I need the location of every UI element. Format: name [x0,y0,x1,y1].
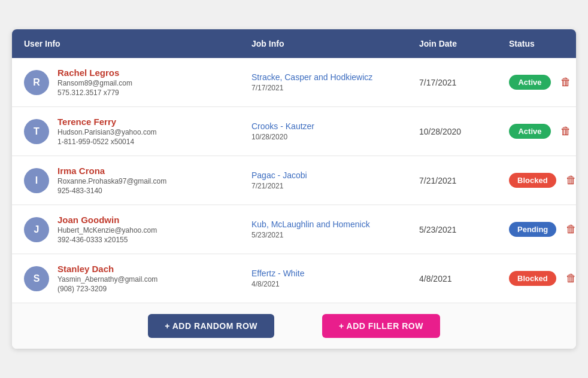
user-email: Hudson.Parisian3@yahoo.com [57,128,157,136]
user-details: Stanley Dach Yasmin_Abernathy@gmail.com … [57,264,157,293]
company-name: Effertz - White [251,269,419,278]
table-row: J Joan Goodwin Hubert_McKenzie@yahoo.com… [12,205,576,254]
user-info-cell: I Irma Crona Roxanne.Prohaska97@gmail.co… [24,166,251,195]
status-badge: Active [509,75,551,90]
user-details: Irma Crona Roxanne.Prohaska97@gmail.com … [57,166,166,195]
user-email: Ransom89@gmail.com [57,79,132,87]
delete-button[interactable]: 🗑 [563,221,576,238]
user-phone: 575.312.3517 x779 [57,89,132,97]
table-body: R Rachel Legros Ransom89@gmail.com 575.3… [12,58,576,303]
table-footer: + ADD RANDOM ROW + ADD FILLER ROW [12,303,576,349]
status-badge: Blocked [509,271,556,286]
status-cell: Active 🗑 [509,123,576,140]
user-name: Irma Crona [57,166,166,176]
join-date: 7/17/2021 [419,78,509,87]
status-badge: Active [509,124,551,139]
user-phone: (908) 723-3209 [57,285,157,293]
join-date: 10/28/2020 [419,127,509,136]
avatar: J [24,217,49,242]
user-details: Rachel Legros Ransom89@gmail.com 575.312… [57,68,132,97]
avatar: T [24,119,49,144]
job-info-cell: Crooks - Kautzer 10/28/2020 [251,121,419,141]
header-job-info: Job Info [251,36,419,51]
company-date: 5/23/2021 [251,231,419,239]
user-info-cell: J Joan Goodwin Hubert_McKenzie@yahoo.com… [24,215,251,244]
add-filler-row-button[interactable]: + ADD FILLER ROW [322,314,440,338]
delete-button[interactable]: 🗑 [563,172,576,189]
status-cell: Blocked 🗑 [509,172,576,189]
table-row: I Irma Crona Roxanne.Prohaska97@gmail.co… [12,156,576,205]
join-date: 7/21/2021 [419,176,509,185]
user-details: Joan Goodwin Hubert_McKenzie@yahoo.com 3… [57,215,157,244]
join-date: 4/8/2021 [419,274,509,284]
user-info-cell: R Rachel Legros Ransom89@gmail.com 575.3… [24,68,251,97]
main-table: User Info Job Info Join Date Status R Ra… [12,29,576,349]
company-date: 10/28/2020 [251,133,419,141]
job-info-cell: Kub, McLaughlin and Homenick 5/23/2021 [251,220,419,239]
avatar: R [24,70,49,95]
user-email: Hubert_McKenzie@yahoo.com [57,226,157,234]
job-info-cell: Pagac - Jacobi 7/21/2021 [251,170,419,190]
user-email: Yasmin_Abernathy@gmail.com [57,275,157,284]
status-cell: Blocked 🗑 [509,270,576,287]
user-info-cell: T Terence Ferry Hudson.Parisian3@yahoo.c… [24,117,251,146]
status-cell: Pending 🗑 [509,221,576,238]
join-date: 5/23/2021 [419,225,509,234]
user-name: Stanley Dach [57,264,157,274]
header-status: Status [509,36,576,51]
job-info-cell: Effertz - White 4/8/2021 [251,269,419,288]
status-badge: Pending [509,222,556,237]
company-date: 7/17/2021 [251,84,419,92]
company-name: Stracke, Casper and Hodkiewicz [251,72,419,82]
company-date: 4/8/2021 [251,280,419,288]
avatar: S [24,266,49,291]
user-name: Rachel Legros [57,68,132,78]
company-name: Pagac - Jacobi [251,170,419,180]
status-badge: Blocked [509,173,556,188]
table-row: T Terence Ferry Hudson.Parisian3@yahoo.c… [12,107,576,156]
user-phone: 1-811-959-0522 x50014 [57,138,157,146]
job-info-cell: Stracke, Casper and Hodkiewicz 7/17/2021 [251,72,419,92]
add-random-row-button[interactable]: + ADD RANDOM ROW [148,314,274,338]
table-row: R Rachel Legros Ransom89@gmail.com 575.3… [12,58,576,107]
delete-button[interactable]: 🗑 [558,74,574,91]
user-email: Roxanne.Prohaska97@gmail.com [57,177,166,185]
delete-button[interactable]: 🗑 [563,270,576,287]
company-name: Kub, McLaughlin and Homenick [251,220,419,229]
table-row: S Stanley Dach Yasmin_Abernathy@gmail.co… [12,254,576,303]
status-cell: Active 🗑 [509,74,576,91]
avatar: I [24,168,49,193]
delete-button[interactable]: 🗑 [558,123,574,140]
user-name: Terence Ferry [57,117,157,127]
header-join-date: Join Date [419,36,509,51]
company-date: 7/21/2021 [251,182,419,190]
header-user-info: User Info [24,36,251,51]
company-name: Crooks - Kautzer [251,121,419,131]
table-header: User Info Job Info Join Date Status [12,29,576,58]
user-info-cell: S Stanley Dach Yasmin_Abernathy@gmail.co… [24,264,251,293]
user-name: Joan Goodwin [57,215,157,225]
user-phone: 392-436-0333 x20155 [57,236,157,244]
user-details: Terence Ferry Hudson.Parisian3@yahoo.com… [57,117,157,146]
user-phone: 925-483-3140 [57,187,166,195]
